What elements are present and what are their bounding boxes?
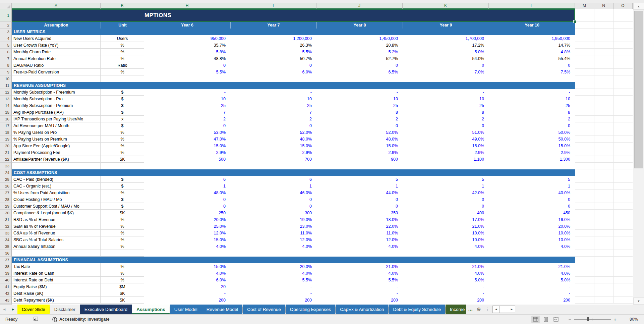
zoom-slider-thumb[interactable]: [587, 317, 589, 321]
empty-cells-row31[interactable]: [575, 216, 633, 223]
cell-K16[interactable]: 2: [403, 116, 489, 122]
cell-L14[interactable]: 25: [489, 102, 575, 109]
cell-K18[interactable]: 51.0%: [403, 129, 489, 136]
year-header-9[interactable]: Year 9: [403, 22, 489, 29]
cell-H41[interactable]: 20: [144, 283, 230, 290]
empty-cells-row26[interactable]: [575, 183, 633, 190]
row-header-19[interactable]: 19: [0, 136, 12, 143]
row-header-38[interactable]: 38: [0, 263, 12, 270]
cell-B18[interactable]: %: [101, 129, 144, 136]
row-header-23[interactable]: 23: [0, 163, 12, 169]
cell-A4[interactable]: New Users Acquired: [12, 35, 101, 42]
empty-cells-row27[interactable]: [575, 190, 633, 196]
cell-B27[interactable]: %: [101, 190, 144, 196]
cell-A7[interactable]: Annual Retention Rate: [12, 55, 101, 62]
sheet-tab-user-model[interactable]: User Model: [170, 305, 202, 314]
cell-B39[interactable]: %: [101, 270, 144, 277]
row-header-2[interactable]: 2: [0, 22, 12, 29]
cells-H10-L10[interactable]: [144, 75, 575, 82]
cell-L6[interactable]: 4.8%: [489, 49, 575, 55]
cell-L26[interactable]: 1: [489, 183, 575, 190]
cell-L7[interactable]: 55.4%: [489, 55, 575, 62]
cell-K26[interactable]: 1: [403, 183, 489, 190]
cell-I15[interactable]: 7: [230, 109, 316, 116]
empty-cells-row16[interactable]: [575, 116, 633, 122]
column-header-K[interactable]: K: [403, 3, 489, 9]
cell-I4[interactable]: 1,200,000: [230, 35, 316, 42]
column-header-J[interactable]: J: [316, 3, 403, 9]
row-header-17[interactable]: 17: [0, 122, 12, 129]
cell-A21[interactable]: Payment Processing Fee: [12, 149, 101, 156]
cell-B12[interactable]: $: [101, 89, 144, 96]
cell-A43[interactable]: Debt Repayment ($K): [12, 297, 101, 304]
cell-A35[interactable]: Annual Salary Inflation: [12, 243, 101, 250]
cell-H35[interactable]: 4.0%: [144, 243, 230, 250]
cell-K42[interactable]: -: [403, 290, 489, 297]
cell-H38[interactable]: 15.0%: [144, 263, 230, 270]
cell-H33[interactable]: 12.0%: [144, 230, 230, 236]
cell-J16[interactable]: 2: [316, 116, 403, 122]
sheet-tab-assumptions[interactable]: Assumptions: [132, 305, 170, 314]
unit-column-header[interactable]: Unit: [101, 22, 144, 29]
row-header-7[interactable]: 7: [0, 55, 12, 62]
cell-B5[interactable]: %: [101, 42, 144, 49]
cell-J32[interactable]: 22.0%: [316, 223, 403, 230]
cell-K20[interactable]: 15.0%: [403, 143, 489, 149]
cell-B23[interactable]: [101, 163, 144, 169]
cell-J29[interactable]: 0: [316, 203, 403, 210]
cell-I8[interactable]: 0: [230, 62, 316, 69]
cell-K12[interactable]: -: [403, 89, 489, 96]
cell-B31[interactable]: %: [101, 216, 144, 223]
cell-H4[interactable]: 950,000: [144, 35, 230, 42]
cell-H31[interactable]: 20.0%: [144, 216, 230, 223]
scroll-up-icon[interactable]: ▲: [633, 3, 644, 10]
empty-cells-row8[interactable]: [575, 62, 633, 69]
cell-H21[interactable]: 2.9%: [144, 149, 230, 156]
cell-B41[interactable]: $M: [101, 283, 144, 290]
empty-cells-row18[interactable]: [575, 129, 633, 136]
cell-A19[interactable]: % Paying Users on Premium: [12, 136, 101, 143]
cell-H18[interactable]: 53.0%: [144, 129, 230, 136]
row-header-14[interactable]: 14: [0, 102, 12, 109]
empty-cells-row39[interactable]: [575, 270, 633, 277]
row-header-20[interactable]: 20: [0, 143, 12, 149]
zoom-slider[interactable]: [574, 319, 611, 320]
cell-I12[interactable]: -: [230, 89, 316, 96]
cell-L19[interactable]: 50.0%: [489, 136, 575, 143]
empty-cells-row29[interactable]: [575, 203, 633, 210]
section-header-3[interactable]: USER METRICS: [12, 29, 575, 35]
column-header-N[interactable]: N: [594, 3, 613, 9]
cell-J42[interactable]: -: [316, 290, 403, 297]
tab-scroll-left-icon[interactable]: ◄: [0, 305, 9, 314]
cell-J26[interactable]: 1: [316, 183, 403, 190]
cell-L41[interactable]: -: [489, 283, 575, 290]
empty-cells-row5[interactable]: [575, 42, 633, 49]
cell-J35[interactable]: 4.0%: [316, 243, 403, 250]
cell-K43[interactable]: 200: [403, 297, 489, 304]
empty-cells-row2[interactable]: [575, 22, 633, 29]
cell-J34[interactable]: 12.0%: [316, 236, 403, 243]
cell-H6[interactable]: 5.8%: [144, 49, 230, 55]
row-header-16[interactable]: 16: [0, 116, 12, 122]
empty-cells-row20[interactable]: [575, 143, 633, 149]
cell-J9[interactable]: 6.5%: [316, 69, 403, 75]
cell-J12[interactable]: -: [316, 89, 403, 96]
cell-L22[interactable]: 1,300: [489, 156, 575, 163]
cell-B19[interactable]: %: [101, 136, 144, 143]
cell-L32[interactable]: 20.0%: [489, 223, 575, 230]
cell-H28[interactable]: 0: [144, 196, 230, 203]
cell-K6[interactable]: 5.0%: [403, 49, 489, 55]
cell-A6[interactable]: Monthly Churn Rate: [12, 49, 101, 55]
column-header-I[interactable]: I: [230, 3, 316, 9]
cell-H34[interactable]: 15.0%: [144, 236, 230, 243]
cell-L8[interactable]: 0: [489, 62, 575, 69]
row-header-12[interactable]: 12: [0, 89, 12, 96]
cell-K27[interactable]: 42.0%: [403, 190, 489, 196]
cell-J43[interactable]: 200: [316, 297, 403, 304]
cell-L17[interactable]: 0: [489, 122, 575, 129]
macro-record-icon[interactable]: [34, 317, 39, 322]
cell-K30[interactable]: 400: [403, 210, 489, 216]
empty-cells-row36[interactable]: [575, 250, 633, 257]
tab-options-dots-icon[interactable]: ⋮: [483, 305, 492, 314]
cell-L13[interactable]: 10: [489, 96, 575, 102]
